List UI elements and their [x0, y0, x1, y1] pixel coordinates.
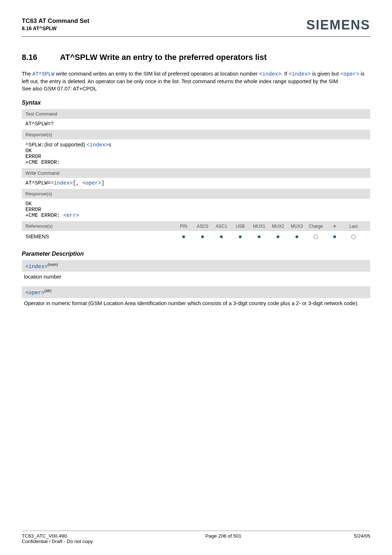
- write-response-label: Response(s): [22, 189, 370, 199]
- intro-index: <index>: [259, 71, 281, 77]
- col-pin: PIN: [174, 224, 193, 229]
- syntax-heading: Syntax: [22, 100, 370, 106]
- reference-columns: PIN ASC0 ASC1 USB MUX1 MUX2 MUX3 Charge …: [174, 224, 367, 229]
- intro-text: The: [22, 71, 32, 77]
- dot-mux1: ●: [250, 233, 269, 240]
- resp-text: (list of supported): [44, 142, 86, 147]
- write-response-body: OK ERROR +CME ERROR: <err>: [22, 199, 370, 221]
- write-cme-err: <err>: [63, 212, 79, 218]
- col-mux1: MUX1: [250, 224, 269, 229]
- intro-text: . If: [281, 71, 289, 77]
- param-index-label: <index>: [25, 264, 48, 270]
- dot-airplane: ●: [325, 233, 344, 240]
- dot-mux2: ●: [269, 233, 287, 240]
- param-index-desc: location number: [22, 274, 370, 280]
- write-error: ERROR: [25, 207, 41, 212]
- col-asc0: ASC0: [193, 224, 212, 229]
- test-command-block: Test Command AT^SPLW=? Response(s) ^SPLW…: [22, 109, 370, 168]
- parameter-heading: Parameter Description: [22, 251, 370, 257]
- header-left: TC63 AT Command Set 8.16 AT^SPLW: [22, 17, 89, 31]
- resp-cme: +CME ERROR:: [25, 159, 60, 165]
- param-oper-desc: Operator in numeric format (GSM Location…: [22, 300, 370, 306]
- doc-title: TC63 AT Command Set: [22, 17, 89, 25]
- resp-index: <index>: [86, 142, 109, 148]
- test-response-body: ^SPLW:(list of supported) <index>s OK ER…: [22, 139, 370, 168]
- col-charge: Charge: [306, 224, 325, 229]
- intro-see-also: See also GSM 07.07: AT+CPOL: [22, 86, 97, 92]
- dot-usb: ●: [231, 233, 250, 240]
- header-divider: [22, 36, 370, 37]
- intro-text: is given but: [311, 71, 340, 77]
- doc-subtitle: 8.16 AT^SPLW: [22, 25, 89, 31]
- write-cmd-c: ]: [101, 180, 105, 186]
- resp-suffix: s: [109, 142, 111, 147]
- write-cmd-index: <index>: [51, 180, 73, 186]
- write-command-block: Write Command AT^SPLW=<index>[, <oper>] …: [22, 168, 370, 221]
- resp-error: ERROR: [25, 154, 41, 159]
- write-cmd-b: [,: [73, 180, 82, 186]
- dot-asc1: ●: [212, 233, 231, 240]
- write-command-label: Write Command: [22, 168, 370, 178]
- reference-data-row: SIEMENS ● ● ● ● ● ● ● ●: [22, 231, 370, 242]
- page-header: TC63 AT Command Set 8.16 AT^SPLW SIEMENS: [22, 17, 370, 33]
- write-cmd-oper: <oper>: [82, 180, 101, 186]
- write-command-value: AT^SPLW=<index>[, <oper>]: [22, 178, 370, 189]
- dot-last: [344, 233, 363, 240]
- intro-index: <index>: [289, 71, 311, 77]
- reference-dots: ● ● ● ● ● ● ● ●: [174, 233, 367, 240]
- reference-siemens: SIEMENS: [25, 234, 174, 239]
- test-cmd-text: AT^SPLW=?: [25, 121, 54, 127]
- intro-text: write command writes an entry to the SIM…: [54, 71, 259, 77]
- resp-prefix: ^SPLW:: [25, 142, 44, 148]
- write-cmd-a: AT^SPLW=: [25, 180, 51, 186]
- col-asc1: ASC1: [212, 224, 231, 229]
- siemens-logo: SIEMENS: [306, 17, 370, 33]
- param-index-box: <index>(num): [22, 260, 370, 272]
- section-heading: 8.16 AT^SPLW Write an entry to the prefe…: [22, 53, 370, 62]
- dot-pin: ●: [174, 233, 193, 240]
- section-title-text: AT^SPLW Write an entry to the preferred …: [60, 53, 266, 62]
- intro-paragraph: The AT^SPLW write command writes an entr…: [22, 70, 370, 92]
- test-command-value: AT^SPLW=?: [22, 119, 370, 130]
- intro-oper: <oper>: [340, 71, 359, 77]
- reference-header-row: Reference(s) PIN ASC0 ASC1 USB MUX1 MUX2…: [22, 221, 370, 231]
- test-response-label: Response(s): [22, 130, 370, 139]
- col-usb: USB: [231, 224, 250, 229]
- write-ok: OK: [25, 201, 32, 207]
- col-mux3: MUX3: [287, 224, 306, 229]
- col-airplane-icon: ✈: [325, 224, 344, 229]
- dot-mux3: ●: [287, 233, 306, 240]
- reference-label: Reference(s): [25, 223, 174, 229]
- col-last: Last: [344, 224, 363, 229]
- resp-ok: OK: [25, 148, 32, 154]
- section-number: 8.16: [22, 53, 58, 62]
- param-oper-sup: (str): [44, 288, 52, 293]
- dot-asc0: ●: [193, 233, 212, 240]
- write-cme-a: +CME ERROR:: [25, 212, 63, 218]
- dot-charge: [306, 233, 325, 240]
- param-oper-box: <oper>(str): [22, 286, 370, 298]
- intro-cmd: AT^SPLW: [32, 71, 54, 77]
- param-index-sup: (num): [48, 262, 58, 267]
- test-command-label: Test Command: [22, 109, 370, 119]
- param-oper-label: <oper>: [25, 290, 44, 296]
- col-mux2: MUX2: [269, 224, 287, 229]
